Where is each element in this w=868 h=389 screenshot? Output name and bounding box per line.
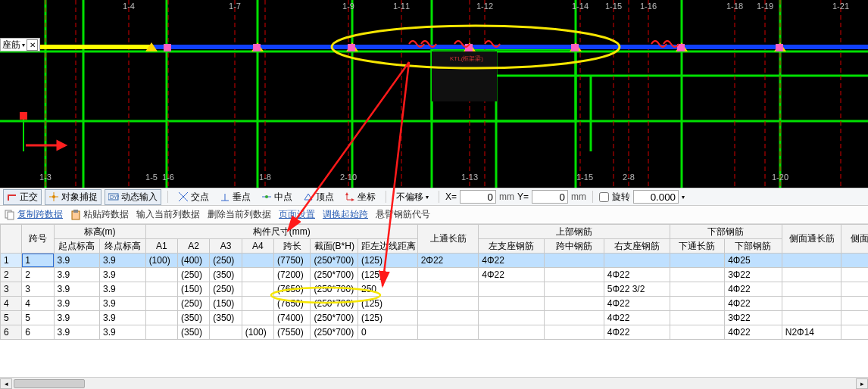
col-start-elev[interactable]: 起点标高 bbox=[54, 239, 100, 254]
end-elev-cell[interactable]: 3.9 bbox=[100, 311, 146, 325]
a4-cell[interactable] bbox=[242, 311, 273, 325]
a4-cell[interactable]: (100) bbox=[242, 325, 273, 340]
start-elev-cell[interactable]: 3.9 bbox=[54, 268, 100, 282]
a2-cell[interactable]: (250) bbox=[177, 268, 209, 282]
a1-cell[interactable] bbox=[145, 297, 177, 311]
span-no-cell[interactable]: 1 bbox=[22, 254, 54, 268]
col-span-no[interactable]: 跨号 bbox=[22, 225, 54, 254]
perpendicular-snap[interactable]: 垂点 bbox=[216, 189, 254, 205]
end-elev-cell[interactable]: 3.9 bbox=[100, 282, 146, 297]
span-len-cell[interactable]: (7650) bbox=[274, 297, 311, 311]
midpoint-snap[interactable]: 中点 bbox=[258, 189, 296, 205]
left-support-cell[interactable] bbox=[479, 325, 545, 340]
mid-span-cell[interactable] bbox=[545, 282, 604, 297]
right-support-cell[interactable]: 5Φ22 3/2 bbox=[604, 282, 670, 297]
table-row[interactable]: 113.93.9(100)(400)(250)(7750)(250*700)(1… bbox=[1, 254, 869, 268]
side-cell[interactable] bbox=[841, 268, 868, 282]
bot-through-cell[interactable] bbox=[670, 297, 725, 311]
mid-span-cell[interactable] bbox=[545, 325, 604, 340]
a2-cell[interactable]: (150) bbox=[177, 282, 209, 297]
offset-dropdown[interactable]: 不偏移 ▾ bbox=[392, 189, 432, 205]
section-cell[interactable]: (250*700) bbox=[311, 254, 358, 268]
right-support-cell[interactable]: 4Φ22 bbox=[604, 268, 670, 282]
horizontal-scrollbar[interactable]: ◂ ▸ bbox=[0, 377, 868, 389]
bot-through-cell[interactable] bbox=[670, 268, 725, 282]
dropdown-icon[interactable]: ▾ bbox=[22, 42, 25, 48]
span-no-cell[interactable]: 3 bbox=[22, 282, 54, 297]
left-support-cell[interactable]: 4Φ22 bbox=[479, 254, 545, 268]
table-row[interactable]: 223.93.9(250)(350)(7200)(250*700)(125)4Φ… bbox=[1, 268, 869, 282]
coordinate-snap[interactable]: 坐标 bbox=[341, 189, 379, 205]
cad-viewport[interactable]: KTL(框架梁) 1-4 1-7 1-9 1-11 1-12 1-14 1-15… bbox=[0, 0, 868, 188]
end-elev-cell[interactable]: 3.9 bbox=[100, 325, 146, 340]
paste-span-button[interactable]: 粘贴跨数据 bbox=[70, 208, 129, 221]
col-span-len[interactable]: 跨长 bbox=[274, 239, 311, 254]
side-through-cell[interactable] bbox=[782, 297, 841, 311]
copy-span-button[interactable]: 复制跨数据 bbox=[5, 208, 63, 221]
y-input[interactable] bbox=[532, 190, 568, 204]
a3-cell[interactable]: (350) bbox=[210, 268, 242, 282]
close-icon[interactable]: ✕ bbox=[27, 39, 38, 51]
col-a4[interactable]: A4 bbox=[242, 239, 273, 254]
span-no-cell[interactable]: 6 bbox=[22, 325, 54, 340]
dist-left-cell[interactable]: (125) bbox=[358, 254, 418, 268]
enter-column-button[interactable]: 输入当前列数据 bbox=[136, 208, 200, 221]
bot-rebar-cell[interactable]: 4Φ25 bbox=[725, 254, 782, 268]
side-through-cell[interactable]: N2Φ14 bbox=[782, 325, 841, 340]
col-group-bot-rebar[interactable]: 下部钢筋 bbox=[670, 225, 782, 239]
side-cell[interactable] bbox=[841, 254, 868, 268]
left-support-cell[interactable] bbox=[479, 282, 545, 297]
a1-cell[interactable] bbox=[145, 282, 177, 297]
end-elev-cell[interactable]: 3.9 bbox=[100, 254, 146, 268]
col-end-elev[interactable]: 终点标高 bbox=[100, 239, 146, 254]
col-left-support[interactable]: 左支座钢筋 bbox=[479, 239, 545, 254]
span-no-cell[interactable]: 2 bbox=[22, 268, 54, 282]
scroll-left-arrow[interactable]: ◂ bbox=[0, 378, 12, 389]
section-cell[interactable]: (250*700) bbox=[311, 325, 358, 340]
col-bot-rebar[interactable]: 下部钢筋 bbox=[725, 239, 782, 254]
a3-cell[interactable]: (250) bbox=[210, 254, 242, 268]
a4-cell[interactable] bbox=[242, 254, 273, 268]
side-through-cell[interactable] bbox=[782, 311, 841, 325]
side-cell[interactable] bbox=[841, 325, 868, 340]
mid-span-cell[interactable] bbox=[545, 268, 604, 282]
bot-rebar-cell[interactable]: 4Φ22 bbox=[725, 325, 782, 340]
col-a3[interactable]: A3 bbox=[210, 239, 242, 254]
bot-through-cell[interactable] bbox=[670, 254, 725, 268]
a2-cell[interactable]: (400) bbox=[177, 254, 209, 268]
a2-cell[interactable]: (250) bbox=[177, 297, 209, 311]
swap-start-span-button[interactable]: 调换起始跨 bbox=[323, 208, 368, 221]
section-cell[interactable]: (250*700) bbox=[311, 297, 358, 311]
mid-span-cell[interactable] bbox=[545, 254, 604, 268]
start-elev-cell[interactable]: 3.9 bbox=[54, 297, 100, 311]
row-number[interactable]: 3 bbox=[1, 282, 22, 297]
right-support-cell[interactable]: 4Φ22 bbox=[604, 311, 670, 325]
span-len-cell[interactable]: (7750) bbox=[274, 254, 311, 268]
bot-rebar-cell[interactable]: 4Φ22 bbox=[725, 282, 782, 297]
cantilever-code-button[interactable]: 悬臂钢筋代号 bbox=[376, 208, 430, 221]
table-row[interactable]: 553.93.9(350)(350)(7400)(250*700)(125)4Φ… bbox=[1, 311, 869, 325]
top-through-cell[interactable]: 2Φ22 bbox=[417, 254, 479, 268]
mid-span-cell[interactable] bbox=[545, 297, 604, 311]
col-section[interactable]: 截面(B*H) bbox=[311, 239, 358, 254]
left-support-cell[interactable] bbox=[479, 297, 545, 311]
right-support-cell[interactable]: 4Φ22 bbox=[604, 325, 670, 340]
x-input[interactable] bbox=[460, 190, 496, 204]
bot-through-cell[interactable] bbox=[670, 311, 725, 325]
a4-cell[interactable] bbox=[242, 297, 273, 311]
start-elev-cell[interactable]: 3.9 bbox=[54, 311, 100, 325]
col-side[interactable]: 侧面 bbox=[841, 225, 868, 254]
left-support-cell[interactable] bbox=[479, 311, 545, 325]
col-group-member-dim[interactable]: 构件尺寸(mm) bbox=[145, 225, 417, 239]
a2-cell[interactable]: (350) bbox=[177, 325, 209, 340]
section-cell[interactable]: (250*700) bbox=[311, 311, 358, 325]
top-through-cell[interactable] bbox=[417, 268, 479, 282]
col-bot-through[interactable]: 下通长筋 bbox=[670, 239, 725, 254]
col-side-through[interactable]: 侧面通长筋 bbox=[782, 225, 841, 254]
span-len-cell[interactable]: (7400) bbox=[274, 311, 311, 325]
a1-cell[interactable]: (100) bbox=[145, 254, 177, 268]
a3-cell[interactable]: (250) bbox=[210, 282, 242, 297]
span-len-cell[interactable]: (7200) bbox=[274, 268, 311, 282]
side-cell[interactable] bbox=[841, 297, 868, 311]
span-len-cell[interactable]: (7650) bbox=[274, 282, 311, 297]
